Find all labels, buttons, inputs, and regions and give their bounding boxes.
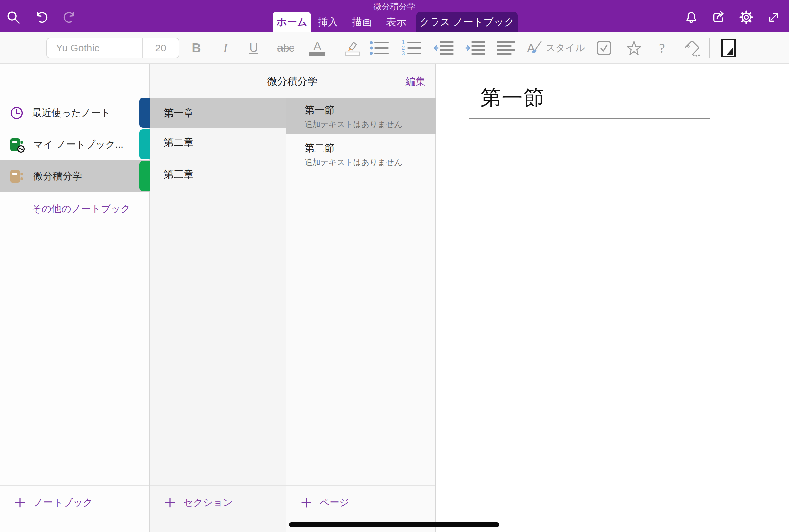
font-family-selector[interactable]: Yu Gothic: [47, 38, 143, 58]
highlighter-icon: [343, 39, 361, 57]
tab-insert[interactable]: 挿入: [311, 12, 345, 33]
styles-label: スタイル: [546, 41, 585, 55]
page-panel-icon: [720, 38, 736, 58]
plus-icon: [15, 497, 25, 508]
italic-button[interactable]: I: [219, 41, 232, 55]
search-button[interactable]: [5, 10, 21, 25]
star-icon: [625, 40, 642, 56]
font-size-selector[interactable]: 20: [143, 38, 179, 58]
notebooks-panel: 最近使ったノート マイ ノートブック...: [0, 64, 150, 532]
help-button[interactable]: ?: [656, 40, 668, 56]
settings-button[interactable]: [738, 10, 754, 25]
styles-button[interactable]: A スタイル: [526, 40, 586, 56]
gear-icon: [738, 10, 754, 25]
styles-icon: A: [527, 40, 542, 56]
notebook-header: 微分積分学 編集: [150, 64, 436, 98]
share-icon: [711, 10, 727, 25]
checkbox-icon: [597, 40, 612, 56]
sections-footer: セクション: [150, 485, 285, 532]
notebooks-footer: ノートブック: [0, 485, 149, 532]
highlight-button[interactable]: [342, 39, 362, 57]
add-page-button[interactable]: ページ: [286, 486, 435, 509]
page-item[interactable]: 第二節 追加テキストはありません: [286, 136, 436, 172]
title-bar: 微分積分学: [0, 0, 789, 33]
font-selector: Yu Gothic 20: [46, 38, 179, 58]
document-title: 微分積分学: [0, 1, 789, 12]
page-title[interactable]: 第一節: [481, 83, 545, 112]
clock-icon: [10, 106, 24, 120]
search-icon: [6, 10, 21, 25]
edit-button[interactable]: 編集: [406, 75, 426, 88]
page-canvas[interactable]: 第一節: [436, 64, 789, 532]
add-section-label: セクション: [183, 496, 233, 509]
formatting-toolbar: Yu Gothic 20 B I U abc A: [0, 33, 789, 64]
bullet-list-button[interactable]: [369, 40, 389, 56]
numbered-list-button[interactable]: 123: [401, 40, 422, 56]
tag-button[interactable]: [683, 39, 702, 57]
tab-home[interactable]: ホーム: [273, 12, 311, 33]
tab-draw[interactable]: 描画: [345, 12, 379, 33]
important-star-button[interactable]: [625, 40, 642, 56]
bold-button[interactable]: B: [188, 41, 204, 55]
tab-class-notebook[interactable]: クラス ノートブック: [416, 12, 518, 33]
sidebar-item-calculus-notebook[interactable]: 微分積分学: [0, 160, 150, 192]
page-item[interactable]: 第一節 追加テキストはありません: [286, 98, 436, 134]
onenote-app: 微分積分学: [0, 0, 789, 532]
font-color-swatch: [309, 52, 325, 56]
notebook-green-icon: [10, 137, 25, 153]
outdent-button[interactable]: [433, 40, 454, 56]
undo-icon: [34, 10, 49, 25]
section-item[interactable]: 第二章: [150, 128, 285, 157]
align-icon: [497, 40, 515, 56]
underline-button[interactable]: U: [246, 41, 261, 55]
bell-icon: [684, 10, 699, 25]
pages-panel: 第一節 追加テキストはありません 第二節 追加テキストはありません ページ: [285, 64, 436, 532]
undo-button[interactable]: [34, 10, 50, 25]
sections-panel: 第一章 第二章 第三章 セクション: [150, 64, 285, 532]
sidebar-item-label: 最近使ったノート: [32, 106, 111, 120]
indent-button[interactable]: [465, 40, 486, 56]
add-page-label: ページ: [320, 496, 349, 509]
strikethrough-button[interactable]: abc: [276, 42, 296, 55]
todo-checkbox-button[interactable]: [596, 40, 612, 56]
add-section-button[interactable]: セクション: [150, 486, 285, 509]
page-panel-button[interactable]: [720, 38, 737, 58]
sidebar-item-label: 微分積分学: [34, 170, 82, 183]
sidebar-item-my-notebooks[interactable]: マイ ノートブック...: [0, 129, 150, 160]
numbered-list-icon: 123: [401, 40, 422, 56]
expand-icon: [766, 10, 781, 25]
titlebar-right-actions: [683, 10, 782, 25]
plus-icon: [165, 497, 175, 508]
notebook-tan-icon: [10, 168, 25, 185]
share-button[interactable]: [711, 10, 727, 25]
toolbar-divider: [709, 38, 710, 58]
ribbon-tabs: ホーム 挿入 描画 表示 クラス ノートブック: [273, 12, 518, 33]
add-notebook-label: ノートブック: [34, 496, 93, 509]
font-color-letter: A: [314, 40, 321, 51]
sidebar-item-recent-notes[interactable]: 最近使ったノート: [0, 97, 150, 129]
redo-button[interactable]: [61, 10, 78, 25]
section-item[interactable]: 第一章: [150, 98, 285, 128]
other-notebooks-link[interactable]: その他のノートブック: [32, 202, 130, 215]
notebook-color-tab: [139, 161, 150, 191]
svg-text:3: 3: [401, 51, 405, 56]
tag-icon: [683, 39, 702, 57]
alignment-button[interactable]: [497, 40, 515, 56]
plus-icon: [301, 497, 312, 508]
add-notebook-button[interactable]: ノートブック: [0, 486, 149, 509]
notebook-color-tab: [139, 129, 150, 159]
outdent-icon: [434, 40, 454, 56]
notebook-color-tab: [139, 98, 150, 128]
notebook-header-title: 微分積分学: [267, 75, 318, 88]
notifications-button[interactable]: [683, 10, 699, 25]
sidebar-item-label: マイ ノートブック...: [34, 138, 124, 151]
home-indicator[interactable]: [289, 522, 500, 527]
page-title-divider: [469, 118, 710, 119]
titlebar-left-actions: [5, 10, 78, 25]
expand-button[interactable]: [766, 10, 782, 25]
bullet-list-icon: [370, 40, 389, 56]
tab-view[interactable]: 表示: [379, 12, 413, 33]
font-color-button[interactable]: A: [308, 40, 326, 56]
indent-icon: [465, 40, 485, 56]
section-item[interactable]: 第三章: [150, 160, 285, 189]
